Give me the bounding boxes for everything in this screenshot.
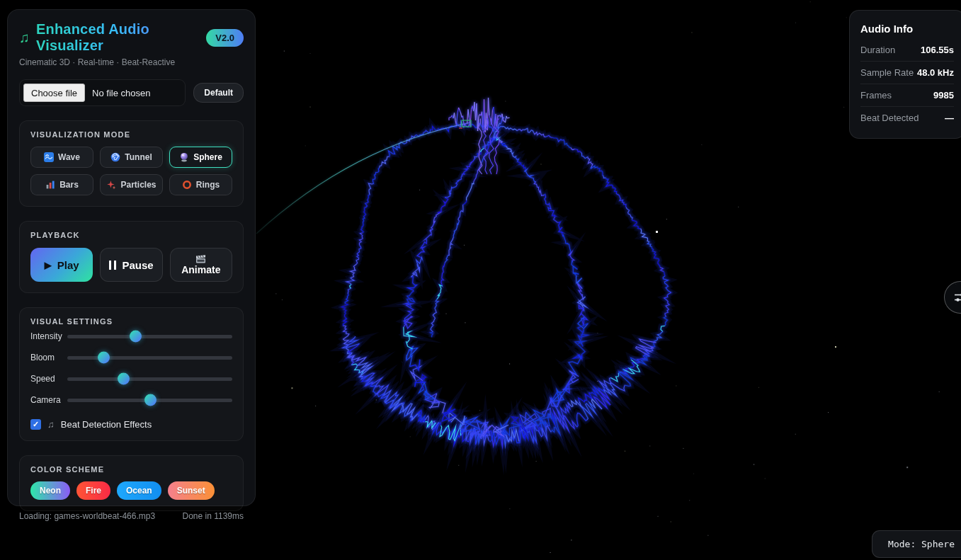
beat-checkbox-label: Beat Detection Effects [61,419,152,430]
mode-label: Rings [196,180,220,190]
beat-detection-toggle[interactable]: ✓ ♫ Beat Detection Effects [30,419,232,430]
scheme-button-fire[interactable]: Fire [76,481,110,500]
mode-indicator: Mode: Sphere [872,530,961,558]
sliders-icon [953,292,961,303]
visualization-mode-title: VISUALIZATION MODE [30,130,232,139]
scheme-buttons: Neon Fire Ocean Sunset [30,481,232,500]
mode-label: Tunnel [125,152,152,162]
clapperboard-icon [195,254,206,263]
mode-label: Wave [58,152,80,162]
play-button[interactable]: ▶ Play [30,248,93,282]
frames-value: 9985 [933,90,954,101]
bloom-slider[interactable] [67,356,232,360]
intensity-slider-thumb[interactable] [130,331,142,343]
slider-label-bloom: Bloom [30,353,67,362]
bars-icon [45,180,55,190]
intensity-slider[interactable] [67,335,232,338]
slider-row-speed: Speed [30,368,232,389]
play-label: Play [57,259,79,271]
scheme-button-sunset[interactable]: Sunset [168,481,215,500]
beat-detected-label: Beat Detected [860,113,919,123]
audio-info-panel: Audio Info Duration 106.55s Sample Rate … [849,10,961,139]
slider-label-camera: Camera [30,395,67,405]
rings-icon [182,180,192,190]
slider-row-bloom: Bloom [30,347,232,368]
color-scheme-card: COLOR SCHEME Neon Fire Ocean Sunset [19,455,244,511]
bloom-slider-thumb[interactable] [98,352,110,364]
particles-icon [106,180,116,190]
speed-slider-thumb[interactable] [118,373,130,385]
sample-rate-value: 48.0 kHz [917,67,954,78]
camera-slider[interactable] [67,399,232,402]
mode-label: Particles [120,180,156,190]
visualization-mode-card: VISUALIZATION MODE Wave Tunnel [19,120,244,207]
duration-value: 106.55s [921,45,954,55]
animate-button[interactable]: Animate [170,248,232,282]
animate-label: Animate [181,264,220,275]
app-title: Enhanced Audio Visualizer [36,21,200,54]
slider-row-intensity: Intensity [30,326,232,347]
default-button[interactable]: Default [193,83,244,103]
pause-icon [109,261,116,270]
done-status: Done in 1139ms [183,511,244,521]
app-stage: ♫ Enhanced Audio Visualizer V2.0 Cinemat… [0,0,961,560]
audio-info-row-sample-rate: Sample Rate 48.0 kHz [860,62,954,84]
pause-button[interactable]: Pause [100,248,162,282]
file-chosen-text: No file chosen [92,88,150,98]
scheme-button-neon[interactable]: Neon [30,481,70,500]
sample-rate-label: Sample Rate [860,67,914,78]
playback-title: PLAYBACK [30,231,232,239]
loading-status: Loading: games-worldbeat-466.mp3 [19,511,155,521]
beat-checkbox[interactable]: ✓ [30,419,41,430]
mode-grid: Wave Tunnel [30,147,232,195]
visual-settings-card: VISUAL SETTINGS Intensity Bloom Speed [19,307,244,441]
scheme-button-ocean[interactable]: Ocean [117,481,161,500]
audio-info-title: Audio Info [860,23,954,35]
pause-label: Pause [122,259,153,271]
color-scheme-title: COLOR SCHEME [30,465,232,474]
app-subtitle: Cinematic 3D · Real-time · Beat-Reactive [19,57,244,67]
audio-info-row-beat: Beat Detected — [860,107,954,129]
choose-file-button[interactable]: Choose file [23,84,85,102]
visual-settings-title: VISUAL SETTINGS [30,317,232,326]
mode-button-sphere[interactable]: Sphere [169,147,232,168]
wave-icon [44,152,54,162]
camera-slider-thumb[interactable] [144,394,157,406]
mode-button-particles[interactable]: Particles [100,174,163,195]
sphere-icon [179,152,189,162]
header: ♫ Enhanced Audio Visualizer V2.0 [19,21,244,54]
status-bar: Loading: games-worldbeat-466.mp3 Done in… [19,511,244,521]
beat-detected-value: — [945,113,954,123]
mode-button-wave[interactable]: Wave [30,147,93,168]
playback-card: PLAYBACK ▶ Play Pause A [19,221,244,293]
slider-label-speed: Speed [30,374,67,384]
slider-label-intensity: Intensity [30,331,67,341]
mode-button-rings[interactable]: Rings [169,174,232,195]
slider-row-camera: Camera [30,389,232,411]
file-input[interactable]: Choose file No file chosen [19,79,186,106]
music-note-icon: ♫ [19,30,30,45]
mode-label: Bars [59,180,79,190]
mode-button-bars[interactable]: Bars [30,174,93,195]
audio-info-row-frames: Frames 9985 [860,84,954,107]
play-icon: ▶ [45,261,52,270]
file-row: Choose file No file chosen Default [19,79,244,106]
beat-note-icon: ♫ [47,419,55,430]
speed-slider[interactable] [67,377,232,381]
control-panel: ♫ Enhanced Audio Visualizer V2.0 Cinemat… [7,9,256,506]
audio-info-row-duration: Duration 106.55s [860,39,954,62]
mode-button-tunnel[interactable]: Tunnel [100,147,163,168]
mode-label: Sphere [193,152,222,162]
frames-label: Frames [860,90,892,101]
version-badge: V2.0 [206,29,244,47]
duration-label: Duration [860,45,895,55]
tunnel-icon [110,152,120,162]
playback-buttons: ▶ Play Pause Animate [30,248,232,282]
